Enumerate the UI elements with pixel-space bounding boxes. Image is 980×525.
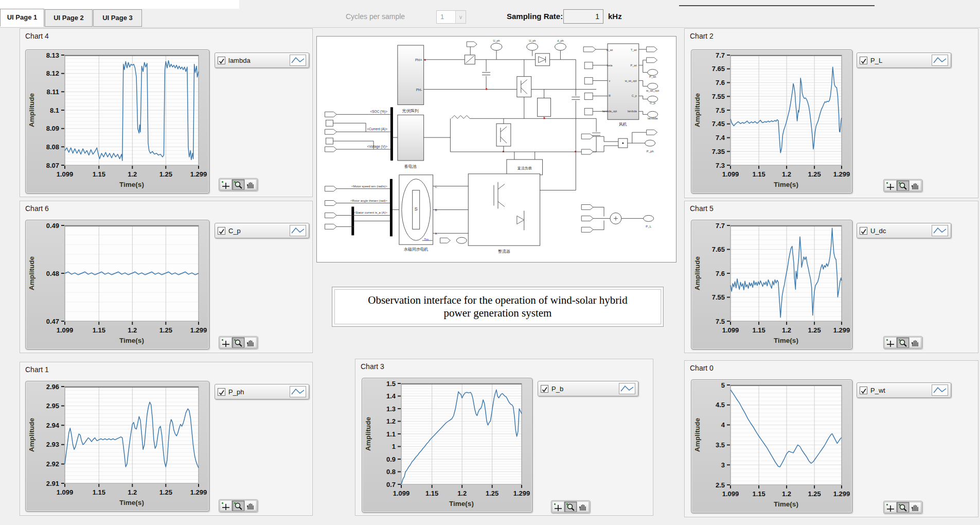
chart-title: Chart 3	[361, 362, 384, 371]
chart-plot-area[interactable]: 0.470.480.491.0991.151.21.251.299Amplitu…	[25, 220, 209, 349]
chart-plot-area[interactable]: 2.533.544.551.0991.151.21.251.299Amplitu…	[691, 379, 852, 513]
svg-text:2.93: 2.93	[46, 441, 59, 448]
svg-text:<Rotor angle thetam (rad)>: <Rotor angle thetam (rad)>	[350, 199, 388, 202]
cursor-tool-button[interactable]	[220, 179, 232, 190]
chart-title: Chart 4	[25, 32, 49, 40]
zoom-tool-button[interactable]	[897, 180, 909, 191]
zoom-tool-button[interactable]	[232, 179, 244, 190]
svg-text:1.4: 1.4	[386, 392, 396, 400]
waveform-icon[interactable]	[290, 225, 306, 236]
sampling-rate-field[interactable]: 1	[563, 9, 603, 24]
zoom-tool-button[interactable]	[897, 502, 909, 513]
svg-text:7.65: 7.65	[712, 65, 725, 73]
svg-text:蓄电池: 蓄电池	[404, 164, 417, 169]
svg-text:直流负载: 直流负载	[518, 166, 532, 170]
window-divider	[679, 5, 875, 6]
svg-text:1.15: 1.15	[93, 488, 105, 496]
svg-text:Amplitude: Amplitude	[364, 417, 372, 451]
zoom-tool-button[interactable]	[897, 337, 909, 348]
pan-tool-button[interactable]	[909, 502, 921, 513]
cursor-tool-button[interactable]	[884, 502, 897, 513]
chart-title: Chart 5	[690, 204, 714, 213]
tab-ui-page-2[interactable]: UI Page 2	[45, 9, 93, 27]
legend-checkbox[interactable]	[860, 227, 867, 235]
zoom-tool-button[interactable]	[232, 337, 244, 348]
svg-text:P_ph: P_ph	[647, 150, 654, 153]
legend-checkbox[interactable]	[218, 57, 225, 64]
graph-palette	[883, 336, 922, 349]
svg-text:2.94: 2.94	[46, 422, 60, 429]
chart-plot-area[interactable]: 8.078.088.098.18.118.128.131.0991.151.21…	[25, 49, 209, 194]
svg-text:<Stator current is_a (A)>: <Stator current is_a (A)>	[354, 211, 388, 214]
waveform-icon[interactable]	[932, 55, 948, 66]
cursor-tool-button[interactable]	[220, 500, 232, 511]
chevron-down-icon[interactable]: ∨	[455, 11, 466, 23]
svg-text:Time(s): Time(s)	[774, 500, 798, 508]
pan-tool-button[interactable]	[577, 501, 589, 512]
svg-text:C: C	[435, 185, 437, 188]
svg-text:Time(s): Time(s)	[119, 181, 144, 188]
svg-text:7.45: 7.45	[712, 120, 725, 128]
waveform-icon[interactable]	[619, 383, 635, 394]
cursor-tool-button[interactable]	[552, 501, 564, 512]
caption-box: Observation interface for the operation …	[332, 287, 664, 327]
svg-text:1.099: 1.099	[722, 170, 739, 178]
svg-text:Time(s): Time(s)	[119, 337, 144, 344]
plot-legend: P_b	[538, 381, 638, 396]
svg-text:0.49: 0.49	[46, 222, 59, 230]
chart-title: Chart 6	[25, 204, 49, 213]
svg-text:1.15: 1.15	[752, 170, 765, 178]
waveform-icon[interactable]	[932, 225, 948, 236]
legend-label: lambda	[228, 57, 290, 64]
pan-tool-button[interactable]	[244, 500, 257, 511]
svg-text:7.7: 7.7	[716, 222, 725, 230]
chart-plot-area[interactable]: 7.57.557.67.657.71.0991.151.21.251.299Am…	[691, 220, 852, 349]
svg-text:beta: beta	[607, 64, 613, 67]
svg-text:7.6: 7.6	[716, 79, 725, 86]
legend-checkbox[interactable]	[218, 227, 225, 235]
svg-text:7.3: 7.3	[716, 162, 725, 169]
svg-text:P_wt: P_wt	[649, 75, 656, 78]
zoom-tool-button[interactable]	[232, 500, 244, 511]
svg-text:B: B	[435, 208, 437, 212]
chart-title: Chart 0	[690, 364, 714, 372]
chart-plot-area[interactable]: 2.912.922.932.942.952.961.0991.151.21.25…	[25, 381, 209, 512]
tab-ui-page-1[interactable]: UI Page 1	[0, 9, 44, 27]
svg-text:S: S	[415, 206, 418, 212]
svg-text:1.15: 1.15	[752, 326, 765, 334]
pan-tool-button[interactable]	[909, 337, 921, 348]
waveform-icon[interactable]	[290, 386, 306, 397]
waveform-icon[interactable]	[932, 384, 948, 396]
svg-text:1.299: 1.299	[833, 326, 850, 334]
svg-text:7.5: 7.5	[716, 107, 725, 114]
svg-text:2.96: 2.96	[46, 383, 59, 391]
legend-checkbox[interactable]	[218, 388, 225, 396]
chart-plot-area[interactable]: 7.37.357.47.457.57.557.67.657.71.0991.15…	[691, 49, 852, 194]
waveform-icon[interactable]	[290, 55, 306, 66]
cycles-per-sample-dropdown[interactable]: 1 ∨	[436, 10, 466, 24]
legend-checkbox[interactable]	[860, 387, 867, 394]
legend-checkbox[interactable]	[860, 57, 867, 64]
pan-tool-button[interactable]	[244, 179, 257, 190]
legend-checkbox[interactable]	[541, 385, 548, 393]
chart-panel: Chart 4 8.078.088.098.18.118.128.131.099…	[20, 28, 313, 197]
cursor-tool-button[interactable]	[220, 337, 232, 348]
svg-text:0.47: 0.47	[46, 318, 59, 325]
cursor-tool-button[interactable]	[884, 337, 897, 348]
chart-plot-area[interactable]: 0.70.80.911.11.21.31.41.51.0991.151.21.2…	[362, 378, 532, 513]
plot-legend: lambda	[215, 52, 309, 68]
pan-tool-button[interactable]	[244, 337, 257, 348]
svg-text:U_ph: U_ph	[529, 39, 536, 42]
svg-text:1.2: 1.2	[128, 326, 137, 334]
svg-text:PH-: PH-	[416, 88, 422, 92]
pan-tool-button[interactable]	[909, 180, 921, 191]
zoom-tool-button[interactable]	[564, 501, 577, 512]
svg-text:1.15: 1.15	[752, 490, 765, 498]
svg-text:Amplitude: Amplitude	[693, 256, 701, 290]
svg-text:Time(s): Time(s)	[449, 500, 474, 507]
cursor-tool-button[interactable]	[884, 180, 897, 191]
svg-text:1.299: 1.299	[190, 170, 207, 178]
tab-ui-page-3[interactable]: UI Page 3	[93, 9, 142, 27]
svg-text:1.15: 1.15	[93, 326, 105, 334]
svg-text:2.95: 2.95	[46, 402, 59, 410]
